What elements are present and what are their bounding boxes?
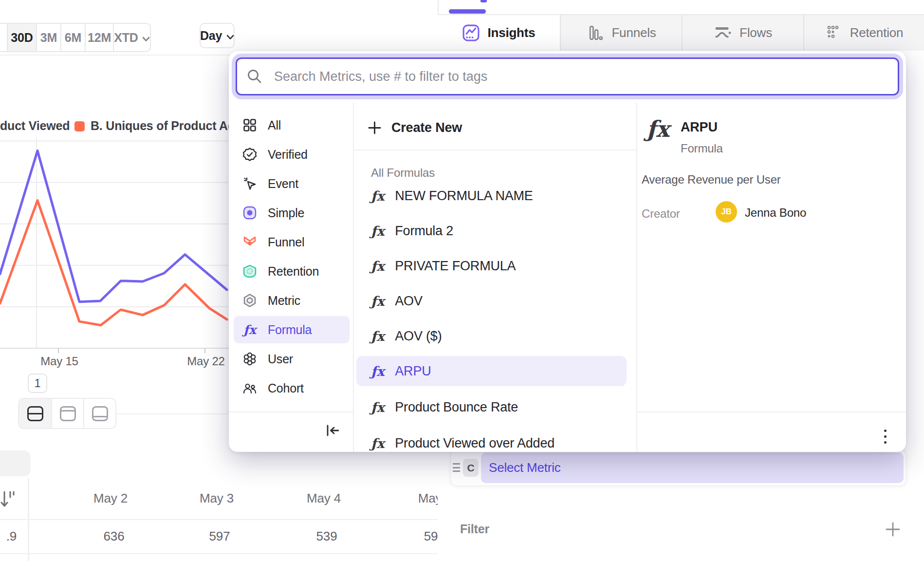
- granularity-dropdown[interactable]: Day: [200, 23, 235, 48]
- formula-item-label: ARPU: [395, 364, 431, 379]
- formula-fx-icon: ƒx: [371, 224, 384, 239]
- layout-split-button[interactable]: [19, 399, 51, 428]
- formula-fx-icon: ƒx: [371, 294, 384, 309]
- plus-icon: [368, 121, 381, 134]
- trend-chart: [0, 136, 229, 355]
- table-corner-chip: [0, 450, 31, 476]
- tab-label: Flows: [739, 25, 772, 40]
- layout-bottom-icon: [92, 406, 108, 421]
- table-cell: 539: [278, 529, 375, 544]
- legend-series-a[interactable]: duct Viewed: [0, 119, 70, 133]
- formula-item-private-formula[interactable]: ƒxPRIVATE FORMULA: [356, 251, 627, 281]
- sidebar-item-all[interactable]: All: [234, 112, 350, 139]
- sidebar-item-label: Cohort: [268, 381, 304, 395]
- formula-item-label: AOV: [395, 294, 422, 309]
- detail-description: Average Revenue per User: [642, 173, 781, 187]
- table-cell-partial: 59: [407, 529, 438, 544]
- formula-item-label: Formula 2: [395, 224, 453, 239]
- event-cursor-icon: [242, 176, 257, 191]
- formula-fx-icon: ƒx: [371, 400, 384, 415]
- formula-fx-icon-large: ƒx: [647, 116, 669, 142]
- create-new-button[interactable]: Create New: [368, 114, 462, 141]
- table-header-may2[interactable]: May 2: [62, 491, 159, 506]
- pagination-page-button[interactable]: 1: [28, 374, 47, 393]
- tab-funnels[interactable]: Funnels: [560, 15, 682, 51]
- table-header-partial[interactable]: May: [381, 491, 438, 506]
- sidebar-footer-divider: [229, 411, 353, 412]
- layout-toggle-group: [18, 398, 116, 429]
- date-range-6m[interactable]: 6M: [60, 24, 85, 51]
- layout-chart-only-button[interactable]: [51, 399, 83, 428]
- table-row-divider: [0, 553, 438, 554]
- section-divider: [115, 413, 229, 414]
- drag-handle-icon[interactable]: [453, 463, 460, 472]
- table-header-may4[interactable]: May 4: [275, 491, 372, 506]
- search-field-wrap: [236, 57, 899, 95]
- formula-item-arpu[interactable]: ƒxARPU: [356, 356, 627, 386]
- formula-item-aov-dollar[interactable]: ƒxAOV ($): [356, 321, 627, 351]
- date-range-partial[interactable]: [0, 24, 7, 51]
- layout-table-only-button[interactable]: [83, 399, 115, 428]
- flows-waves-icon: [714, 24, 732, 42]
- search-input[interactable]: [236, 57, 899, 95]
- formula-item-new-formula-name[interactable]: ƒxNEW FORMULA NAME: [356, 181, 627, 211]
- sidebar-item-event[interactable]: Event: [234, 170, 350, 197]
- chevron-down-icon: [142, 31, 150, 45]
- sidebar-item-label: Funnel: [268, 235, 304, 249]
- clause-letter-badge: C: [463, 459, 479, 477]
- layout-top-icon: [60, 406, 76, 421]
- table-row-divider: [0, 519, 438, 520]
- formula-item-formula-2[interactable]: ƒxFormula 2: [356, 216, 627, 246]
- collapse-sidebar-button[interactable]: [324, 422, 342, 439]
- formula-item-product-viewed-over-added[interactable]: ƒxProduct Viewed over Added: [356, 428, 627, 458]
- more-options-kebab-icon[interactable]: [881, 426, 889, 447]
- tab-insights[interactable]: Insights: [438, 15, 560, 51]
- x-axis-tick-label: May 15: [30, 355, 89, 368]
- date-range-3m[interactable]: 3M: [36, 24, 60, 51]
- sidebar-item-metric[interactable]: Metric: [234, 287, 350, 314]
- formula-item-product-bounce-rate[interactable]: ƒxProduct Bounce Rate: [356, 392, 627, 422]
- date-range-xtd[interactable]: XTD: [113, 24, 150, 51]
- app-screen: 30D 3M 6M 12M XTD Day duct Viewed B. Uni…: [0, 0, 924, 561]
- sidebar-item-label: Metric: [268, 294, 300, 308]
- layout-split-icon: [27, 406, 43, 421]
- formula-item-aov[interactable]: ƒxAOV: [356, 286, 627, 316]
- formula-fx-icon: ƒx: [371, 436, 384, 451]
- simple-hexagon-icon: [242, 206, 257, 220]
- detail-divider: [636, 103, 637, 452]
- chevron-down-icon: [226, 29, 234, 43]
- add-filter-button[interactable]: [885, 521, 901, 538]
- tab-label: Insights: [487, 25, 535, 40]
- metric-picker-dropdown: All Verified Event Simple Funnel Retenti: [229, 51, 906, 452]
- formula-item-label: Product Bounce Rate: [395, 400, 518, 415]
- metric-hexagon-icon: [242, 293, 257, 308]
- table-frozen-column-divider: [28, 478, 29, 561]
- formula-fx-icon: ƒx: [371, 329, 384, 344]
- sort-descending-icon[interactable]: [0, 489, 15, 509]
- filter-section-label: Filter: [460, 522, 489, 536]
- create-new-label: Create New: [391, 120, 462, 135]
- tab-flows[interactable]: Flows: [682, 15, 803, 51]
- sidebar-divider: [353, 103, 354, 452]
- table-cell: 636: [65, 529, 163, 544]
- sidebar-item-formula[interactable]: ƒx Formula: [234, 316, 350, 343]
- sidebar-item-retention[interactable]: Retention: [234, 258, 350, 285]
- sidebar-item-cohort[interactable]: Cohort: [234, 374, 350, 402]
- sidebar-item-funnel[interactable]: Funnel: [234, 228, 350, 256]
- formula-fx-icon: ƒx: [242, 322, 257, 337]
- table-header-may3[interactable]: May 3: [168, 491, 265, 506]
- sidebar-item-user[interactable]: User: [234, 345, 350, 373]
- date-range-12m[interactable]: 12M: [85, 24, 113, 51]
- legend-series-b[interactable]: B. Uniques of Product Add: [91, 119, 242, 133]
- cohort-people-icon: [242, 381, 257, 395]
- creator-label: Creator: [642, 207, 680, 221]
- tab-retention[interactable]: Retention: [803, 15, 924, 51]
- pane-divider: [438, 0, 439, 14]
- sidebar-item-label: User: [268, 352, 293, 366]
- formula-fx-icon: ƒx: [371, 364, 384, 379]
- sidebar-item-label: Retention: [268, 264, 319, 279]
- sidebar-item-simple[interactable]: Simple: [234, 199, 350, 226]
- sidebar-item-verified[interactable]: Verified: [234, 141, 350, 168]
- date-range-group: 30D 3M 6M 12M XTD: [0, 23, 151, 52]
- date-range-30d[interactable]: 30D: [7, 24, 36, 51]
